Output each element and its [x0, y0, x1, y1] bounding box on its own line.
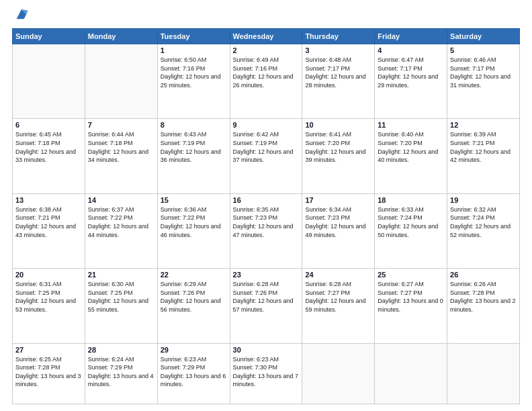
- day-number: 24: [305, 271, 371, 279]
- day-info: Sunrise: 6:28 AM Sunset: 7:27 PM Dayligh…: [305, 280, 371, 314]
- day-number: 5: [450, 46, 517, 54]
- day-info: Sunrise: 6:34 AM Sunset: 7:23 PM Dayligh…: [305, 205, 371, 239]
- day-number: 7: [88, 121, 154, 129]
- day-cell: 3Sunrise: 6:48 AM Sunset: 7:17 PM Daylig…: [302, 44, 375, 119]
- day-cell: 2Sunrise: 6:49 AM Sunset: 7:16 PM Daylig…: [230, 44, 302, 119]
- day-number: 30: [233, 346, 300, 354]
- day-number: 13: [15, 196, 82, 204]
- day-number: 27: [15, 346, 82, 354]
- day-info: Sunrise: 6:30 AM Sunset: 7:25 PM Dayligh…: [88, 280, 154, 314]
- weekday-wednesday: Wednesday: [230, 29, 302, 44]
- day-cell: 20Sunrise: 6:31 AM Sunset: 7:25 PM Dayli…: [13, 269, 85, 343]
- day-info: Sunrise: 6:42 AM Sunset: 7:19 PM Dayligh…: [233, 130, 300, 164]
- day-cell: 24Sunrise: 6:28 AM Sunset: 7:27 PM Dayli…: [302, 269, 375, 343]
- day-number: 29: [161, 346, 227, 354]
- day-info: Sunrise: 6:46 AM Sunset: 7:17 PM Dayligh…: [450, 56, 517, 89]
- day-info: Sunrise: 6:45 AM Sunset: 7:18 PM Dayligh…: [15, 130, 82, 164]
- day-cell: 12Sunrise: 6:39 AM Sunset: 7:21 PM Dayli…: [447, 119, 520, 193]
- day-cell: 15Sunrise: 6:36 AM Sunset: 7:22 PM Dayli…: [157, 193, 230, 268]
- day-info: Sunrise: 6:44 AM Sunset: 7:18 PM Dayligh…: [88, 130, 154, 164]
- day-cell: 29Sunrise: 6:23 AM Sunset: 7:29 PM Dayli…: [157, 343, 230, 404]
- day-info: Sunrise: 6:28 AM Sunset: 7:26 PM Dayligh…: [233, 280, 300, 314]
- day-info: Sunrise: 6:26 AM Sunset: 7:28 PM Dayligh…: [450, 280, 517, 314]
- day-number: 17: [305, 196, 371, 204]
- page: SundayMondayTuesdayWednesdayThursdayFrid…: [0, 0, 532, 411]
- day-cell: 5Sunrise: 6:46 AM Sunset: 7:17 PM Daylig…: [447, 44, 520, 119]
- day-info: Sunrise: 6:31 AM Sunset: 7:25 PM Dayligh…: [15, 280, 82, 314]
- day-cell: 30Sunrise: 6:23 AM Sunset: 7:30 PM Dayli…: [230, 343, 302, 404]
- week-row-4: 20Sunrise: 6:31 AM Sunset: 7:25 PM Dayli…: [13, 269, 520, 343]
- day-cell: 22Sunrise: 6:29 AM Sunset: 7:26 PM Dayli…: [157, 269, 230, 343]
- weekday-monday: Monday: [85, 29, 157, 44]
- day-info: Sunrise: 6:24 AM Sunset: 7:29 PM Dayligh…: [88, 355, 154, 389]
- logo: [12, 12, 29, 21]
- week-row-2: 6Sunrise: 6:45 AM Sunset: 7:18 PM Daylig…: [13, 119, 520, 193]
- day-cell: 23Sunrise: 6:28 AM Sunset: 7:26 PM Dayli…: [230, 269, 302, 343]
- day-cell: 6Sunrise: 6:45 AM Sunset: 7:18 PM Daylig…: [13, 119, 85, 193]
- day-cell: [302, 343, 375, 404]
- day-number: 16: [233, 196, 300, 204]
- day-info: Sunrise: 6:23 AM Sunset: 7:30 PM Dayligh…: [233, 355, 300, 389]
- day-number: 19: [450, 196, 517, 204]
- day-number: 15: [161, 196, 227, 204]
- day-number: 12: [450, 121, 517, 129]
- day-cell: 1Sunrise: 6:50 AM Sunset: 7:16 PM Daylig…: [157, 44, 230, 119]
- day-info: Sunrise: 6:33 AM Sunset: 7:24 PM Dayligh…: [378, 205, 444, 239]
- day-cell: 14Sunrise: 6:37 AM Sunset: 7:22 PM Dayli…: [85, 193, 157, 268]
- day-number: 3: [305, 46, 371, 54]
- day-number: 14: [88, 196, 154, 204]
- day-cell: 13Sunrise: 6:38 AM Sunset: 7:21 PM Dayli…: [13, 193, 85, 268]
- day-info: Sunrise: 6:36 AM Sunset: 7:22 PM Dayligh…: [161, 205, 227, 239]
- weekday-friday: Friday: [375, 29, 447, 44]
- day-info: Sunrise: 6:35 AM Sunset: 7:23 PM Dayligh…: [233, 205, 300, 239]
- day-number: 1: [161, 46, 227, 54]
- day-info: Sunrise: 6:32 AM Sunset: 7:24 PM Dayligh…: [450, 205, 517, 239]
- week-row-1: 1Sunrise: 6:50 AM Sunset: 7:16 PM Daylig…: [13, 44, 520, 119]
- day-number: 23: [233, 271, 300, 279]
- day-number: 2: [233, 46, 300, 54]
- day-cell: 19Sunrise: 6:32 AM Sunset: 7:24 PM Dayli…: [447, 193, 520, 268]
- day-cell: 27Sunrise: 6:25 AM Sunset: 7:28 PM Dayli…: [13, 343, 85, 404]
- day-cell: [375, 343, 447, 404]
- day-number: 4: [378, 46, 444, 54]
- weekday-header-row: SundayMondayTuesdayWednesdayThursdayFrid…: [13, 29, 520, 44]
- day-cell: 11Sunrise: 6:40 AM Sunset: 7:20 PM Dayli…: [375, 119, 447, 193]
- day-cell: 28Sunrise: 6:24 AM Sunset: 7:29 PM Dayli…: [85, 343, 157, 404]
- logo-icon: [14, 7, 29, 21]
- day-number: 8: [161, 121, 227, 129]
- day-info: Sunrise: 6:23 AM Sunset: 7:29 PM Dayligh…: [161, 355, 227, 389]
- day-number: 20: [15, 271, 82, 279]
- day-number: 22: [161, 271, 227, 279]
- day-number: 28: [88, 346, 154, 354]
- day-cell: 25Sunrise: 6:27 AM Sunset: 7:27 PM Dayli…: [375, 269, 447, 343]
- day-cell: [13, 44, 85, 119]
- day-info: Sunrise: 6:37 AM Sunset: 7:22 PM Dayligh…: [88, 205, 154, 239]
- day-info: Sunrise: 6:49 AM Sunset: 7:16 PM Dayligh…: [233, 56, 300, 89]
- weekday-thursday: Thursday: [302, 29, 375, 44]
- day-number: 21: [88, 271, 154, 279]
- day-cell: 10Sunrise: 6:41 AM Sunset: 7:20 PM Dayli…: [302, 119, 375, 193]
- day-cell: 9Sunrise: 6:42 AM Sunset: 7:19 PM Daylig…: [230, 119, 302, 193]
- day-info: Sunrise: 6:40 AM Sunset: 7:20 PM Dayligh…: [378, 130, 444, 164]
- day-cell: 8Sunrise: 6:43 AM Sunset: 7:19 PM Daylig…: [157, 119, 230, 193]
- day-info: Sunrise: 6:27 AM Sunset: 7:27 PM Dayligh…: [378, 280, 444, 314]
- day-info: Sunrise: 6:38 AM Sunset: 7:21 PM Dayligh…: [15, 205, 82, 239]
- day-cell: [447, 343, 520, 404]
- day-number: 6: [15, 121, 82, 129]
- day-cell: 21Sunrise: 6:30 AM Sunset: 7:25 PM Dayli…: [85, 269, 157, 343]
- header: [12, 12, 520, 21]
- day-cell: 4Sunrise: 6:47 AM Sunset: 7:17 PM Daylig…: [375, 44, 447, 119]
- day-cell: [85, 44, 157, 119]
- week-row-5: 27Sunrise: 6:25 AM Sunset: 7:28 PM Dayli…: [13, 343, 520, 404]
- day-cell: 16Sunrise: 6:35 AM Sunset: 7:23 PM Dayli…: [230, 193, 302, 268]
- day-cell: 7Sunrise: 6:44 AM Sunset: 7:18 PM Daylig…: [85, 119, 157, 193]
- weekday-tuesday: Tuesday: [157, 29, 230, 44]
- day-info: Sunrise: 6:43 AM Sunset: 7:19 PM Dayligh…: [161, 130, 227, 164]
- day-info: Sunrise: 6:41 AM Sunset: 7:20 PM Dayligh…: [305, 130, 371, 164]
- day-cell: 18Sunrise: 6:33 AM Sunset: 7:24 PM Dayli…: [375, 193, 447, 268]
- day-number: 9: [233, 121, 300, 129]
- day-number: 11: [378, 121, 444, 129]
- day-number: 25: [378, 271, 444, 279]
- day-info: Sunrise: 6:47 AM Sunset: 7:17 PM Dayligh…: [378, 56, 444, 89]
- day-number: 10: [305, 121, 371, 129]
